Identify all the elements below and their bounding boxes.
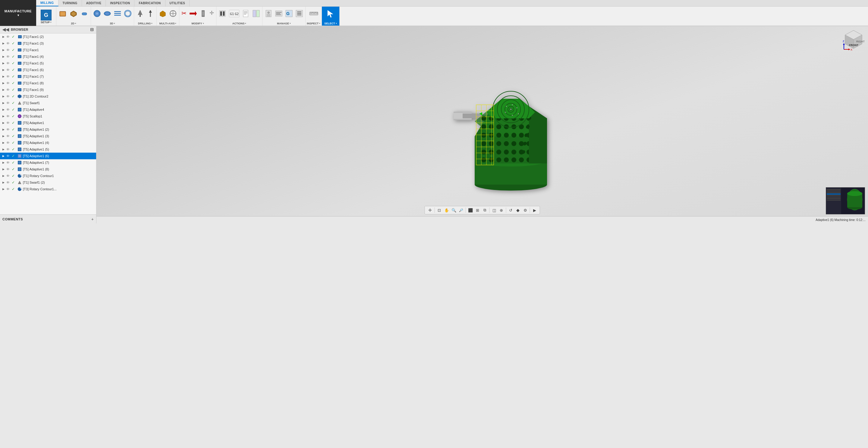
eye-icon[interactable]: 👁	[6, 134, 11, 138]
eye-icon[interactable]: 👁	[6, 147, 11, 151]
browser-item-15[interactable]: ▶ 👁 ✓ [T5] Adaptive1 (2)	[0, 126, 96, 133]
eye-icon[interactable]: 👁	[6, 81, 11, 85]
tool-icon-swarf	[18, 101, 22, 105]
manage-button3[interactable]: G	[284, 9, 294, 22]
eye-icon[interactable]: 👁	[6, 121, 11, 125]
browser-item-1[interactable]: ▶ 👁 ✓ [T1] Face1 (2)	[0, 33, 96, 40]
browser-item-3[interactable]: ▶ 👁 ✓ [T1] Face1	[0, 47, 96, 53]
eye-icon[interactable]: 👁	[6, 167, 11, 171]
eye-icon[interactable]: 👁	[6, 75, 11, 78]
browser-back-arrow[interactable]: ◀◀	[2, 27, 9, 32]
manage-button1[interactable]	[264, 9, 273, 22]
tab-fabrication[interactable]: FABRICATION	[134, 0, 165, 6]
toolbar-group-drilling: DRILLING ▾	[134, 7, 157, 26]
eye-icon[interactable]: 👁	[6, 154, 11, 158]
browser-item-11[interactable]: ▶ 👁 ✓ [T1] Swarf1	[0, 100, 96, 106]
browser-item-4[interactable]: ▶ 👁 ✓ [T1] Face1 (4)	[0, 53, 96, 60]
modify-extend-button[interactable]	[188, 9, 198, 22]
tool-icon-swarf	[18, 180, 22, 184]
eye-icon[interactable]: 👁	[6, 41, 11, 45]
eye-icon[interactable]: 👁	[6, 35, 11, 38]
2d-pocket-button[interactable]	[68, 9, 79, 22]
browser-item-19[interactable]: ▶ 👁 ✓ [T5] Adaptive1 (6)	[0, 153, 96, 159]
tab-additive[interactable]: ADDITIVE	[82, 0, 106, 6]
check-icon: ✓	[12, 48, 17, 52]
browser-item-2[interactable]: ▶ 👁 ✓ [T1] Face1 (3)	[0, 40, 96, 47]
modify-drill-button[interactable]	[198, 9, 208, 22]
eye-icon[interactable]: 👁	[6, 68, 11, 72]
svg-rect-89	[19, 155, 21, 157]
manage-button4[interactable]	[294, 9, 304, 22]
eye-icon[interactable]: 👁	[6, 48, 11, 52]
eye-icon[interactable]: 👁	[6, 187, 11, 191]
eye-icon[interactable]: 👁	[6, 141, 11, 144]
2d-slot-button[interactable]	[79, 9, 90, 22]
tab-turning[interactable]: TURNING	[59, 0, 82, 6]
modify-scissors-button[interactable]: ✂	[181, 9, 187, 22]
multiaxis-button2[interactable]	[168, 9, 178, 22]
browser-item-13[interactable]: ▶ 👁 ✓ [T5] Scallop1	[0, 113, 96, 119]
browser-item-14[interactable]: ▶ 👁 ✓ [T5] Adaptive1	[0, 119, 96, 126]
browser-item-10[interactable]: ▶ 👁 ✓ [T1] 2D Contour2	[0, 93, 96, 100]
eye-icon[interactable]: 👁	[6, 114, 11, 118]
eye-icon[interactable]: 👁	[6, 101, 11, 105]
eye-icon[interactable]: 👁	[6, 174, 11, 178]
modify-move-button[interactable]: ✛	[209, 9, 215, 22]
expand-icon: ▶	[2, 68, 6, 71]
eye-icon[interactable]: 👁	[6, 61, 11, 65]
expand-icon: ▶	[2, 81, 6, 84]
tab-inspection[interactable]: INSPECTION	[106, 0, 134, 6]
3d-parallel-button[interactable]	[113, 9, 122, 22]
comments-expand-icon[interactable]: +	[91, 217, 94, 221]
actions-compare-button[interactable]	[251, 9, 261, 22]
browser-item-12[interactable]: ▶ 👁 ✓ [T1] Adaptive4	[0, 106, 96, 113]
actions-sheet-button[interactable]	[241, 9, 251, 22]
tab-utilities[interactable]: UTILITIES	[165, 0, 190, 6]
actions-g1g2-button[interactable]: G1G2	[228, 9, 241, 22]
svg-rect-28	[243, 10, 248, 17]
expand-icon: ▶	[2, 174, 6, 177]
toolbar-group-3d: 3D ▾	[91, 7, 134, 26]
3d-pocket-button[interactable]	[102, 9, 112, 22]
actions-simulate-button[interactable]	[218, 9, 227, 22]
3d-adaptive-button[interactable]	[92, 9, 102, 22]
multiaxis-button1[interactable]	[158, 9, 167, 22]
browser-pin-icon[interactable]: ⊟	[90, 27, 94, 32]
svg-rect-66	[19, 69, 21, 71]
eye-icon[interactable]: 👁	[6, 88, 11, 92]
svg-rect-87	[19, 148, 21, 150]
manage-button2[interactable]	[274, 9, 284, 22]
eye-icon[interactable]: 👁	[6, 161, 11, 164]
browser-item-7[interactable]: ▶ 👁 ✓ [T1] Face1 (7)	[0, 73, 96, 80]
tab-milling[interactable]: MILLING	[36, 0, 59, 6]
setup-button[interactable]: G SETUP ▾	[38, 9, 54, 24]
manufacture-button[interactable]: MANUFACTURE ▾	[0, 0, 36, 26]
eye-icon[interactable]: 👁	[6, 108, 11, 111]
svg-rect-21	[202, 11, 204, 16]
browser-item-17[interactable]: ▶ 👁 ✓ [T5] Adaptive1 (4)	[0, 139, 96, 146]
eye-icon[interactable]: 👁	[6, 55, 11, 59]
browser-item-22[interactable]: ▶ 👁 ✓ [T1] Rotary Contour1	[0, 173, 96, 179]
browser-item-5[interactable]: ▶ 👁 ✓ [T1] Face1 (5)	[0, 60, 96, 67]
svg-rect-75	[19, 108, 21, 111]
drilling-button1[interactable]	[135, 9, 145, 22]
vp-origin-button[interactable]: ✛	[427, 207, 433, 213]
browser-item-6[interactable]: ▶ 👁 ✓ [T1] Face1 (6)	[0, 67, 96, 73]
browser-item-23[interactable]: ▶ 👁 ✓ [T1] Swarf1 (2)	[0, 179, 96, 186]
viewport[interactable]: FRONT RIGHT X Z ✛ ⊡ ✋ 🔍 🔎 ⬛	[96, 26, 434, 223]
browser-item-8[interactable]: ▶ 👁 ✓ [T1] Face1 (8)	[0, 80, 96, 87]
browser-item-24[interactable]: ▶ 👁 ✓ [T3] Rotary Contour1...	[0, 186, 96, 193]
browser-item-20[interactable]: ▶ 👁 ✓ [T5] Adaptive1 (7)	[0, 159, 96, 166]
inspect-ruler-button[interactable]	[308, 9, 319, 22]
3d-morph-button[interactable]	[123, 9, 133, 22]
eye-icon[interactable]: 👁	[6, 128, 11, 131]
browser-item-16[interactable]: ▶ 👁 ✓ [T5] Adaptive1 (3)	[0, 133, 96, 139]
eye-icon[interactable]: 👁	[6, 181, 11, 184]
2d-face-button[interactable]	[58, 9, 68, 22]
browser-item-18[interactable]: ▶ 👁 ✓ [T5] Adaptive1 (5)	[0, 146, 96, 153]
select-button[interactable]	[324, 9, 337, 22]
browser-item-9[interactable]: ▶ 👁 ✓ [T1] Face1 (9)	[0, 87, 96, 93]
browser-item-21[interactable]: ▶ 👁 ✓ [T5] Adaptive1 (8)	[0, 166, 96, 173]
eye-icon[interactable]: 👁	[6, 95, 11, 98]
drilling-button2[interactable]	[146, 9, 155, 22]
